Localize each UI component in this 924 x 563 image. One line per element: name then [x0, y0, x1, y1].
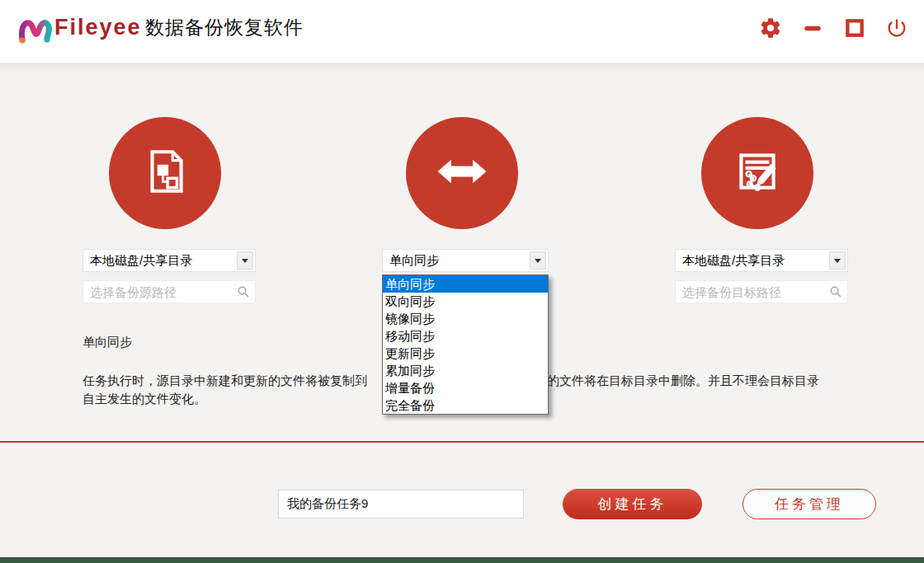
target-type-select[interactable]: 本地磁盘/共享目录	[675, 249, 848, 272]
sync-mode-description-title: 单向同步	[82, 335, 132, 350]
sync-mode-description-text: 任务执行时，源目录中新建和更新的文件将被复制到	[82, 373, 367, 389]
sync-option[interactable]: 完全备份	[383, 396, 548, 414]
fileyee-logo-icon	[16, 13, 53, 49]
sync-mode-dropdown: 单向同步 双向同步 镜像同步 移动同步 更新同步 累加同步 增量备份 完全备份	[382, 274, 549, 415]
source-circle	[109, 117, 221, 229]
source-type-value: 本地磁盘/共享目录	[90, 253, 192, 267]
red-divider	[0, 441, 924, 443]
task-name-input[interactable]	[278, 490, 524, 518]
target-circle	[701, 117, 813, 229]
double-arrow-icon	[433, 143, 491, 204]
edit-task-icon	[730, 144, 785, 202]
chevron-down-icon[interactable]	[829, 251, 846, 270]
title-bar: Fileyee 数据备份恢复软件	[0, 0, 924, 63]
sync-mode-select[interactable]: 单向同步	[382, 249, 549, 272]
brand-name: Fileyee	[54, 15, 142, 40]
sync-option[interactable]: 双向同步	[383, 293, 548, 310]
create-task-button[interactable]: 创建任务	[563, 489, 702, 519]
sync-mode-description-text: 自主发生的文件变化。	[82, 392, 206, 407]
sync-option[interactable]: 镜像同步	[383, 310, 548, 327]
sync-option[interactable]: 增量备份	[383, 379, 548, 396]
sync-mode-value: 单向同步	[389, 253, 439, 267]
target-path-input[interactable]	[675, 280, 848, 303]
chevron-down-icon[interactable]	[530, 251, 546, 270]
sync-option[interactable]: 移动同步	[383, 327, 548, 345]
maximize-icon[interactable]	[842, 16, 867, 40]
source-path-input[interactable]	[82, 280, 256, 303]
power-close-icon[interactable]	[884, 16, 909, 40]
target-type-value: 本地磁盘/共享目录	[682, 253, 785, 267]
sync-circle	[406, 117, 518, 229]
sync-option[interactable]: 更新同步	[383, 345, 548, 362]
sync-option[interactable]: 单向同步	[383, 275, 548, 293]
sync-option[interactable]: 累加同步	[383, 362, 548, 379]
bottom-strip	[0, 557, 924, 563]
source-files-icon	[138, 144, 192, 202]
settings-gear-icon[interactable]	[758, 16, 783, 40]
manage-tasks-button[interactable]: 任务管理	[742, 489, 876, 519]
source-type-select[interactable]: 本地磁盘/共享目录	[82, 249, 256, 272]
window-controls	[758, 15, 909, 41]
sync-mode-description-text: 的文件将在目标目录中删除。并且不理会目标目录	[547, 373, 819, 389]
chevron-down-icon[interactable]	[237, 251, 253, 270]
app-title: 数据备份恢复软件	[145, 15, 304, 40]
minimize-icon[interactable]	[800, 16, 825, 40]
